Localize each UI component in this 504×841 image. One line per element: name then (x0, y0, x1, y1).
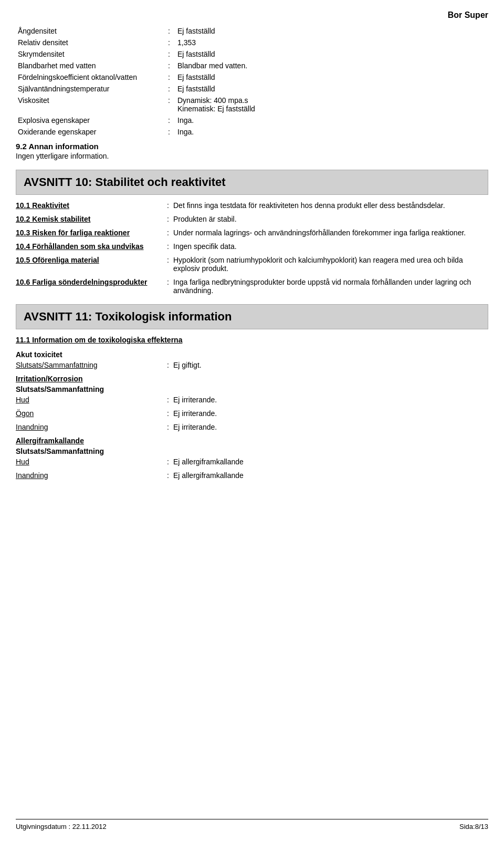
prop-value-sjalvantandning: Ej fastställd (175, 83, 488, 95)
allergi-inandning-row: Inandning : Ej allergiframkallande (16, 471, 488, 480)
prop-colon-relativ: : (163, 37, 175, 48)
irritation-slutsats-header: Slutsats/Sammanfattning (16, 385, 488, 393)
footer-page: Sida:8/13 (459, 823, 488, 830)
property-row-angdensitet: Ångdensitet : Ej fastställd (16, 25, 488, 37)
allergi-inandning-value: Ej allergiframkallande (173, 471, 488, 480)
prop-colon-blandbarhet: : (163, 60, 175, 71)
irritation-inandning-row: Inandning : Ej irriterande. (16, 423, 488, 431)
prop-label-explosiva: Explosiva egenskaper (16, 115, 163, 126)
section-10-2-value: Produkten är stabil. (173, 215, 488, 223)
section-10-1-label: 10.1 Reaktivitet (16, 201, 163, 210)
section-10-3-colon: : (163, 229, 173, 237)
prop-label-relativ: Relativ densitet (16, 37, 163, 48)
irritation-label: Irritation/Korrosion (16, 375, 488, 383)
irritation-slutsats-label: Slutsats/Sammanfattning (16, 385, 104, 393)
prop-colon-viskositet: : (163, 95, 175, 115)
property-row-oxiderande: Oxiderande egenskaper : Inga. (16, 126, 488, 138)
section-10-5-colon: : (163, 256, 173, 273)
section-10-5-value: Hypoklorit (som natriumhypoklorit och ka… (173, 256, 488, 273)
property-row-sjalvantandning: Självantändningstemperatur : Ej faststäl… (16, 83, 488, 95)
irritation-ogon-colon: : (163, 409, 173, 418)
akut-toxicitet-label: Akut toxicitet (16, 350, 488, 359)
section-10-1-colon: : (163, 201, 173, 210)
prop-value-angdensitet: Ej fastställd (175, 25, 488, 37)
prop-label-viskositet: Viskositet (16, 95, 163, 115)
prop-colon-explosiva: : (163, 115, 175, 126)
prop-label-skrymdensitet: Skrymdensitet (16, 48, 163, 60)
prop-colon-oxiderande: : (163, 126, 175, 138)
document-title: Bor Super (16, 11, 488, 20)
akut-slutsats-colon: : (163, 361, 173, 369)
section-11-header: AVSNITT 11: Toxikologisk information (16, 304, 488, 329)
section-10-4-row: 10.4 Förhållanden som ska undvikas : Ing… (16, 242, 488, 251)
property-row-blandbarhet: Blandbarhet med vatten : Blandbar med va… (16, 60, 488, 71)
allergi-hud-value: Ej allergiframkallande (173, 458, 488, 466)
prop-value-fordelning: Ej fastställd (175, 71, 488, 83)
section-10-6-value: Inga farliga nedbrytningsprodukter borde… (173, 278, 488, 295)
allergi-hud-colon: : (163, 458, 173, 466)
section-9-2: 9.2 Annan information Ingen ytterligare … (16, 142, 488, 160)
allergi-slutsats-header: Slutsats/Sammanfattning (16, 447, 488, 455)
prop-value-relativ: 1,353 (175, 37, 488, 48)
prop-value-viskositet: Dynamisk: 400 mpa.s Kinematisk: Ej fasts… (175, 95, 488, 115)
prop-colon-sjalvantandning: : (163, 83, 175, 95)
irritation-hud-colon: : (163, 396, 173, 404)
irritation-inandning-value: Ej irriterande. (173, 423, 488, 431)
section-10-2-label: 10.2 Kemisk stabilitet (16, 215, 163, 223)
akut-slutsats-row: Slutsats/Sammanfattning : Ej giftigt. (16, 361, 488, 369)
allergi-hud-label: Hud (16, 458, 163, 466)
irritation-hud-label: Hud (16, 396, 163, 404)
footer: Utgivningsdatum : 22.11.2012 Sida:8/13 (16, 819, 488, 830)
property-row-skrymdensitet: Skrymdensitet : Ej fastställd (16, 48, 488, 60)
property-row-viskositet: Viskositet : Dynamisk: 400 mpa.s Kinemat… (16, 95, 488, 115)
section-10-3-value: Under normala lagrings- och användningsf… (173, 229, 488, 237)
allergi-label: Allergiframkallande (16, 437, 488, 445)
prop-value-oxiderande: Inga. (175, 126, 488, 138)
section-10-4-value: Ingen specifik data. (173, 242, 488, 251)
prop-colon-fordelning: : (163, 71, 175, 83)
section-10-5-label: 10.5 Oförenliga material (16, 256, 163, 273)
section-10-5-row: 10.5 Oförenliga material : Hypoklorit (s… (16, 256, 488, 273)
footer-date: Utgivningsdatum : 22.11.2012 (16, 823, 107, 830)
irritation-ogon-value: Ej irriterande. (173, 409, 488, 418)
allergi-slutsats-label: Slutsats/Sammanfattning (16, 447, 104, 455)
prop-label-fordelning: Fördelningskoefficient oktanol/vatten (16, 71, 163, 83)
prop-label-sjalvantandning: Självantändningstemperatur (16, 83, 163, 95)
section-9-2-title: 9.2 Annan information (16, 142, 488, 151)
prop-value-skrymdensitet: Ej fastställd (175, 48, 488, 60)
section-10-2-row: 10.2 Kemisk stabilitet : Produkten är st… (16, 215, 488, 223)
prop-label-blandbarhet: Blandbarhet med vatten (16, 60, 163, 71)
prop-label-oxiderande: Oxiderande egenskaper (16, 126, 163, 138)
property-row-fordelning: Fördelningskoefficient oktanol/vatten : … (16, 71, 488, 83)
section-11-1-label: 11.1 Information om de toxikologiska eff… (16, 336, 182, 344)
allergi-section: Allergiframkallande Slutsats/Sammanfattn… (16, 437, 488, 480)
akut-toxicitet-section: Akut toxicitet Slutsats/Sammanfattning :… (16, 350, 488, 369)
section-10-6-colon: : (163, 278, 173, 295)
allergi-inandning-label: Inandning (16, 471, 163, 480)
section-10-4-colon: : (163, 242, 173, 251)
irritation-inandning-colon: : (163, 423, 173, 431)
prop-label-angdensitet: Ångdensitet (16, 25, 163, 37)
prop-value-blandbarhet: Blandbar med vatten. (175, 60, 488, 71)
irritation-ogon-row: Ögon : Ej irriterande. (16, 409, 488, 418)
irritation-hud-row: Hud : Ej irriterande. (16, 396, 488, 404)
irritation-inandning-label: Inandning (16, 423, 163, 431)
akut-slutsats-value: Ej giftigt. (173, 361, 488, 369)
section-10-1-value: Det finns inga testdata för reaktivitete… (173, 201, 488, 210)
viskositet-kinematisk: Kinematisk: Ej fastställd (177, 105, 255, 113)
section-9-2-body: Ingen ytterligare information. (16, 152, 488, 160)
page: Bor Super Ångdensitet : Ej fastställd Re… (0, 0, 504, 841)
viskositet-dynamisk: Dynamisk: 400 mpa.s (177, 96, 248, 105)
irritation-section: Irritation/Korrosion Slutsats/Sammanfatt… (16, 375, 488, 431)
allergi-inandning-colon: : (163, 471, 173, 480)
section-10-items: 10.1 Reaktivitet : Det finns inga testda… (16, 201, 488, 295)
section-10-header: AVSNITT 10: Stabilitet och reaktivitet (16, 170, 488, 195)
section-10-1-row: 10.1 Reaktivitet : Det finns inga testda… (16, 201, 488, 210)
irritation-ogon-label: Ögon (16, 409, 163, 418)
prop-colon-angdensitet: : (163, 25, 175, 37)
section-10-4-label: 10.4 Förhållanden som ska undvikas (16, 242, 163, 251)
akut-slutsats-label: Slutsats/Sammanfattning (16, 361, 163, 369)
irritation-hud-value: Ej irriterande. (173, 396, 488, 404)
allergi-hud-row: Hud : Ej allergiframkallande (16, 458, 488, 466)
property-row-relativ-densitet: Relativ densitet : 1,353 (16, 37, 488, 48)
